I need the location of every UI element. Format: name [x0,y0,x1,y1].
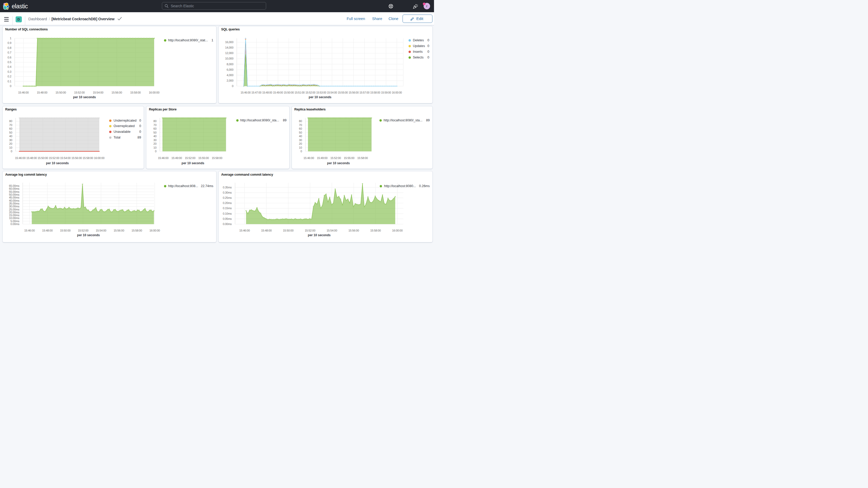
svg-text:15:51:00: 15:51:00 [295,91,305,94]
svg-text:10: 10 [153,146,156,149]
svg-text:15:50:00: 15:50:00 [55,91,66,94]
svg-text:60.00ms: 60.00ms [9,187,20,190]
svg-text:15:47:00: 15:47:00 [251,91,261,94]
svg-text:65.00ms: 65.00ms [9,184,20,187]
svg-text:15:46:00: 15:46:00 [239,229,250,232]
svg-text:0.20ms: 0.20ms [223,202,232,205]
svg-text:0.8: 0.8 [7,46,11,49]
svg-text:15:50:00: 15:50:00 [283,229,294,232]
svg-text:0: 0 [155,150,156,153]
svg-text:30: 30 [153,138,156,141]
svg-text:30: 30 [9,138,12,141]
svg-text:2,000: 2,000 [227,79,234,82]
svg-text:50: 50 [9,131,12,134]
svg-text:35.00ms: 35.00ms [9,202,20,205]
svg-text:40: 40 [9,134,12,138]
svg-text:50.00ms: 50.00ms [9,193,20,196]
svg-text:15:56:00: 15:56:00 [114,229,124,232]
svg-text:40: 40 [153,134,156,138]
svg-text:15:46:00: 15:46:00 [303,156,314,159]
svg-text:15:58:00: 15:58:00 [83,156,93,159]
svg-text:15:50:00: 15:50:00 [284,91,294,94]
svg-text:0: 0 [10,85,11,88]
svg-text:70: 70 [299,123,302,126]
svg-text:0.3: 0.3 [7,70,11,73]
svg-text:15:48:00: 15:48:00 [26,156,37,159]
svg-text:50: 50 [153,131,156,134]
svg-text:per 10 seconds: per 10 seconds [77,233,100,237]
svg-text:25.00ms: 25.00ms [9,208,20,211]
svg-text:16:00:00: 16:00:00 [392,229,403,232]
svg-text:0.1: 0.1 [7,80,11,83]
svg-text:6,000: 6,000 [227,68,234,71]
svg-text:15:46:00: 15:46:00 [15,156,26,159]
svg-text:80: 80 [299,120,302,123]
svg-text:15.00ms: 15.00ms [9,214,20,217]
svg-text:0.15ms: 0.15ms [223,207,232,210]
svg-text:15:48:00: 15:48:00 [261,229,272,232]
svg-text:15:57:00: 15:57:00 [360,91,370,94]
svg-text:15:49:00: 15:49:00 [273,91,283,94]
svg-text:15:50:00: 15:50:00 [60,229,71,232]
svg-text:70: 70 [9,123,12,126]
svg-text:15:46:00: 15:46:00 [18,91,29,94]
svg-text:15:56:00: 15:56:00 [348,91,359,94]
svg-text:15:54:00: 15:54:00 [93,91,103,94]
svg-text:15:48:00: 15:48:00 [262,91,272,94]
svg-text:20: 20 [153,142,156,145]
svg-text:15:52:00: 15:52:00 [305,91,315,94]
svg-text:16,000: 16,000 [225,40,234,44]
svg-text:15:54:00: 15:54:00 [60,156,71,159]
svg-text:0.7: 0.7 [7,51,11,54]
svg-text:15:52:00: 15:52:00 [330,156,341,159]
svg-text:15:56:00: 15:56:00 [348,229,359,232]
svg-text:30: 30 [299,138,302,141]
svg-text:60: 60 [153,127,156,130]
svg-text:20.00ms: 20.00ms [9,211,20,214]
svg-text:0: 0 [11,150,12,153]
svg-text:16:00:00: 16:00:00 [94,156,104,159]
svg-text:10: 10 [299,146,302,149]
svg-text:20: 20 [299,142,302,145]
svg-text:15:55:00: 15:55:00 [338,91,348,94]
svg-text:per 10 seconds: per 10 seconds [73,95,96,99]
svg-text:15:56:00: 15:56:00 [71,156,82,159]
svg-text:0.6: 0.6 [7,56,11,59]
svg-text:0: 0 [232,85,234,88]
svg-text:0.35ms: 0.35ms [223,186,232,189]
svg-text:16:00:00: 16:00:00 [149,91,160,94]
svg-text:0.00ms: 0.00ms [223,222,232,225]
svg-text:15:52:00: 15:52:00 [185,156,195,159]
svg-text:60: 60 [9,127,12,130]
svg-text:55.00ms: 55.00ms [9,190,20,193]
svg-text:15:52:00: 15:52:00 [49,156,60,159]
svg-text:0.30ms: 0.30ms [223,191,232,194]
svg-text:50: 50 [299,131,302,134]
svg-text:10,000: 10,000 [225,57,234,60]
svg-text:20: 20 [9,142,12,145]
svg-text:80: 80 [9,120,12,123]
svg-text:15:50:00: 15:50:00 [38,156,48,159]
svg-text:0.2: 0.2 [7,75,11,78]
svg-text:0: 0 [301,150,302,153]
svg-text:15:48:00: 15:48:00 [37,91,48,94]
svg-text:15:55:00: 15:55:00 [344,156,354,159]
svg-text:60: 60 [299,127,302,130]
svg-text:15:48:00: 15:48:00 [42,229,53,232]
svg-text:0.05ms: 0.05ms [223,217,232,220]
svg-text:15:52:00: 15:52:00 [78,229,89,232]
svg-text:15:53:00: 15:53:00 [316,91,327,94]
svg-text:15:46:00: 15:46:00 [241,91,251,94]
svg-text:0.00ms: 0.00ms [10,222,20,225]
svg-text:per 10 seconds: per 10 seconds [308,233,331,237]
svg-text:0.25ms: 0.25ms [223,196,232,199]
svg-text:per 10 seconds: per 10 seconds [309,95,332,99]
svg-text:per 10 seconds: per 10 seconds [46,161,69,165]
svg-text:10: 10 [9,146,12,149]
svg-text:per 10 seconds: per 10 seconds [327,161,350,165]
svg-text:8,000: 8,000 [227,62,234,65]
svg-text:15:58:00: 15:58:00 [131,229,142,232]
svg-text:12,000: 12,000 [225,52,234,55]
svg-text:15:49:00: 15:49:00 [317,156,328,159]
svg-text:40: 40 [299,134,302,138]
